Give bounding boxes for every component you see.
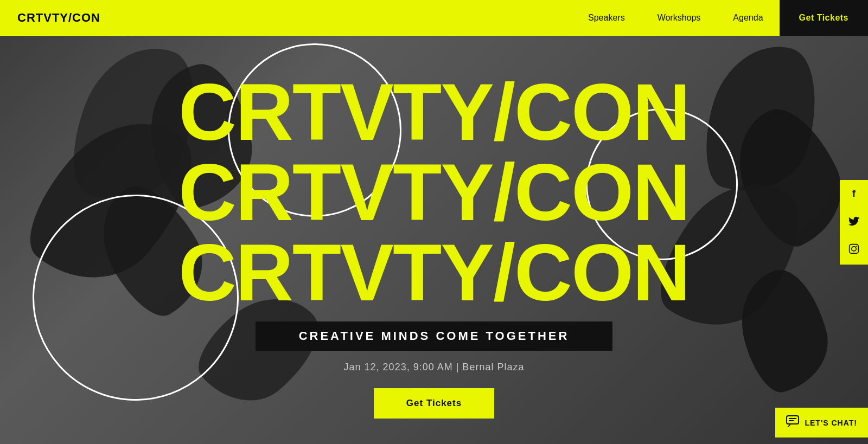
hero-datetime: Jan 12, 2023, 9:00 AM | Bernal Plaza — [344, 362, 525, 373]
hero-title-line-3: CRTVTY/CON — [178, 233, 690, 313]
chat-icon — [786, 415, 799, 430]
svg-rect-3 — [787, 416, 799, 424]
twitter-button[interactable] — [840, 208, 868, 236]
instagram-icon — [848, 243, 859, 257]
svg-point-2 — [856, 246, 857, 247]
instagram-button[interactable] — [840, 236, 868, 265]
nav-speakers[interactable]: Speakers — [572, 13, 641, 23]
nav-agenda[interactable]: Agenda — [717, 13, 779, 23]
facebook-icon: f — [852, 188, 856, 200]
facebook-button[interactable]: f — [840, 180, 868, 208]
header: CRTVTY/CON Speakers Workshops Agenda Get… — [0, 0, 868, 36]
svg-point-1 — [852, 247, 856, 251]
chat-label: LET'S CHAT! — [805, 419, 857, 427]
get-tickets-button[interactable]: Get Tickets — [780, 0, 868, 36]
hero-title-line-2: CRTVTY/CON — [178, 152, 690, 233]
navigation: Speakers Workshops Agenda Get Tickets — [572, 0, 868, 36]
hero-section: CRTVTY/CON CRTVTY/CON CRTVTY/CON CREATIV… — [0, 0, 868, 444]
hero-title-group: CRTVTY/CON CRTVTY/CON CRTVTY/CON — [178, 72, 690, 313]
svg-rect-0 — [850, 244, 859, 254]
social-sidebar: f — [840, 180, 868, 265]
hero-content: CRTVTY/CON CRTVTY/CON CRTVTY/CON CREATIV… — [0, 36, 868, 444]
hero-cta-button[interactable]: Get Tickets — [374, 388, 494, 419]
hero-tagline: CREATIVE MINDS COME TOGETHER — [299, 329, 570, 343]
chat-button[interactable]: LET'S CHAT! — [775, 408, 868, 437]
twitter-icon — [848, 216, 859, 228]
logo[interactable]: CRTVTY/CON — [17, 11, 100, 25]
hero-title-line-1: CRTVTY/CON — [178, 72, 690, 152]
hero-tagline-bar: CREATIVE MINDS COME TOGETHER — [256, 321, 613, 351]
nav-workshops[interactable]: Workshops — [641, 13, 717, 23]
